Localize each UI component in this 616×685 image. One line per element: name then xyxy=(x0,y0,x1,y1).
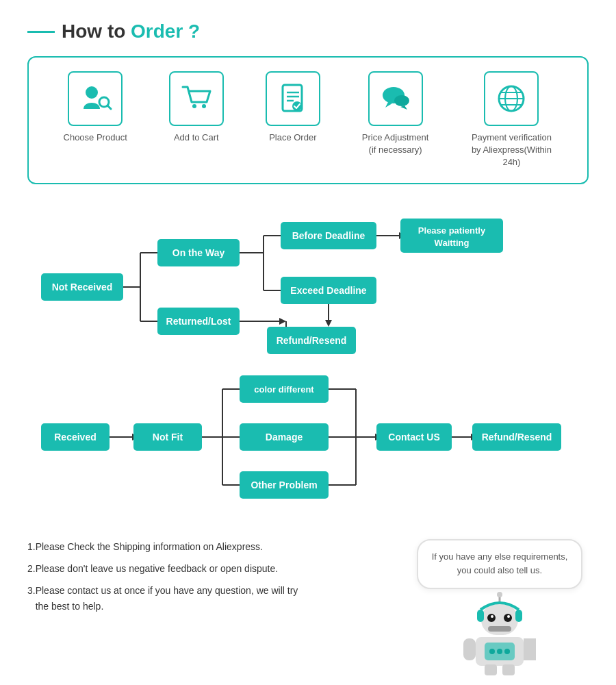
svg-rect-81 xyxy=(515,610,522,622)
title-line-decoration xyxy=(27,31,55,33)
chat-bubbles-icon xyxy=(378,82,413,116)
svg-line-2 xyxy=(107,105,111,109)
place-order-icon-box xyxy=(266,71,320,126)
choose-product-label: Choose Product xyxy=(64,132,127,144)
please-wait-node2: Waitting xyxy=(435,238,470,248)
add-to-cart-label: Add to Cart xyxy=(174,132,219,144)
title-highlight: Order ? xyxy=(131,21,200,42)
svg-point-4 xyxy=(202,104,206,108)
received-node: Received xyxy=(54,432,96,443)
page-title: How to Order ? xyxy=(62,21,200,42)
choose-product-icon-box xyxy=(68,71,123,126)
add-to-cart-icon-box xyxy=(169,71,224,126)
svg-marker-36 xyxy=(325,320,332,327)
step-payment-verification: Payment verificationby Aliexpress(Within… xyxy=(470,71,552,169)
svg-point-12 xyxy=(394,95,409,106)
info-text-block: 1.Please Check the Shipping information … xyxy=(27,539,397,621)
order-steps-box: Choose Product Add to Cart xyxy=(27,56,589,184)
step-price-adjustment: Price Adjustment(if necessary) xyxy=(362,71,429,156)
step-place-order: Place Order xyxy=(266,71,320,144)
svg-point-69 xyxy=(504,614,512,622)
bottom-section: 1.Please Check the Shipping information … xyxy=(0,525,616,685)
svg-rect-79 xyxy=(524,638,536,660)
payment-verification-label: Payment verificationby Aliexpress(Within… xyxy=(470,132,552,169)
not-fit-node: Not Fit xyxy=(153,432,183,443)
step-choose-product: Choose Product xyxy=(64,71,127,144)
robot-bubble-section: If you have any else requirements,you co… xyxy=(411,539,589,679)
returned-lost-node: Returned/Lost xyxy=(166,316,231,327)
place-order-label: Place Order xyxy=(269,132,316,144)
how-to-order-section: How to Order ? Choose Product xyxy=(0,0,616,198)
step-add-to-cart: Add to Cart xyxy=(169,71,224,144)
svg-point-70 xyxy=(491,615,493,618)
svg-point-68 xyxy=(487,614,496,622)
svg-point-66 xyxy=(497,592,502,597)
info-line3: 3.Please contact us at once if you have … xyxy=(27,583,397,614)
svg-rect-78 xyxy=(463,638,476,660)
robot-illustration xyxy=(462,589,537,678)
contact-us-node: Contact US xyxy=(388,432,439,443)
on-the-way-node: On the Way xyxy=(172,247,225,258)
svg-rect-83 xyxy=(502,664,515,675)
globe-icon xyxy=(494,82,528,116)
bubble-text: If you have any else requirements,you co… xyxy=(417,539,583,590)
price-adjustment-icon-box xyxy=(368,71,423,126)
svg-point-0 xyxy=(86,86,98,99)
svg-rect-72 xyxy=(488,626,511,632)
svg-rect-80 xyxy=(477,610,484,622)
person-search-icon xyxy=(78,82,112,116)
other-problem-node: Other Problem xyxy=(251,480,317,490)
before-deadline-node: Before Deadline xyxy=(292,230,365,241)
svg-marker-38 xyxy=(279,318,286,325)
not-received-node: Not Received xyxy=(52,282,113,292)
svg-point-75 xyxy=(489,649,495,654)
title-row: How to Order ? xyxy=(27,21,589,42)
damage-node: Damage xyxy=(266,432,303,443)
received-flowchart: Received Not Fit color different Damage … xyxy=(21,365,595,516)
svg-point-3 xyxy=(192,104,196,108)
price-adjustment-label: Price Adjustment(if necessary) xyxy=(362,132,429,156)
payment-verification-icon-box xyxy=(484,71,539,126)
svg-point-77 xyxy=(504,649,510,654)
cart-icon xyxy=(179,82,214,116)
document-icon xyxy=(276,82,310,116)
received-flowchart-section: Received Not Fit color different Damage … xyxy=(0,365,616,532)
refund-resend1-node: Refund/Resend xyxy=(277,335,347,346)
please-wait-node: Please patiently xyxy=(418,225,486,236)
svg-point-71 xyxy=(507,615,510,618)
info-line1: 1.Please Check the Shipping information … xyxy=(27,539,397,554)
color-different-node: color different xyxy=(254,384,314,395)
svg-rect-82 xyxy=(485,664,497,675)
not-received-flowchart-section: Not Received On the Way Returned/Lost Be… xyxy=(0,198,616,379)
refund-resend2-node: Refund/Resend xyxy=(482,432,552,443)
exceed-deadline-node: Exceed Deadline xyxy=(290,285,366,296)
info-line2: 2.Please don't leave us negative feedbac… xyxy=(27,561,397,576)
not-received-flowchart: Not Received On the Way Returned/Lost Be… xyxy=(21,212,595,362)
svg-point-76 xyxy=(497,649,502,654)
